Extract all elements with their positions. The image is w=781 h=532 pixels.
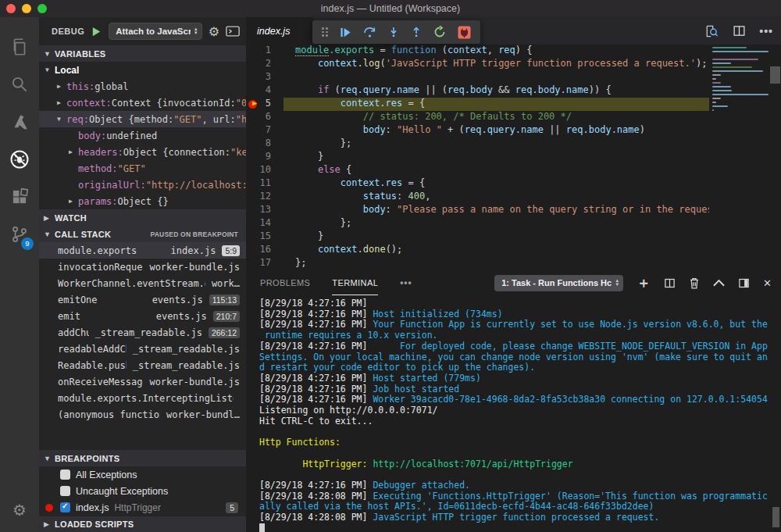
- code-line[interactable]: 11 context.res = {: [246, 177, 709, 191]
- zoom-window-button[interactable]: [37, 4, 47, 13]
- twistie-icon[interactable]: ▶: [69, 148, 78, 155]
- minimize-window-button[interactable]: [22, 4, 31, 13]
- variable-row[interactable]: ▶context: Context {invocationId: "06…: [39, 95, 246, 111]
- callstack-frame[interactable]: readableAddChunk_stream_readable.js: [39, 341, 246, 357]
- code-line[interactable]: 8 };: [246, 137, 709, 151]
- callstack-frame[interactable]: emitevents.js210:7: [39, 308, 246, 324]
- line-number[interactable]: 15: [246, 230, 284, 244]
- callstack-frame[interactable]: Readable.push_stream_readable.js: [39, 357, 246, 373]
- sidebar-item-explorer[interactable]: [0, 28, 39, 66]
- line-number[interactable]: 11: [246, 177, 284, 191]
- line-number[interactable]: 16: [246, 244, 284, 257]
- callstack-frame[interactable]: emitOneevents.js115:13: [39, 291, 246, 308]
- debug-console-icon[interactable]: [226, 26, 240, 37]
- line-number[interactable]: 14: [246, 217, 284, 230]
- open-changes-icon[interactable]: [704, 24, 719, 38]
- variable-row[interactable]: ▶params: Object {}: [39, 193, 246, 209]
- variable-row[interactable]: method: "GET": [39, 160, 246, 177]
- split-terminal-icon[interactable]: [664, 277, 676, 289]
- restart-button[interactable]: [433, 26, 446, 38]
- sidebar-item-azure[interactable]: [0, 103, 39, 141]
- tab-indexjs[interactable]: index.js: [246, 17, 313, 45]
- code-line[interactable]: 14 };: [246, 217, 709, 230]
- more-actions-icon[interactable]: •••: [759, 25, 773, 37]
- code-line[interactable]: 15 }: [246, 230, 709, 244]
- close-window-button[interactable]: [6, 4, 16, 13]
- terminal-instance-select[interactable]: 1: Task - Run Functions Hc ▲▼: [494, 275, 623, 291]
- code-line[interactable]: 7 body: "Hello " + (req.query.name || re…: [246, 124, 709, 137]
- code-line[interactable]: 9 }: [246, 151, 709, 164]
- settings-button[interactable]: ⚙: [0, 496, 39, 524]
- checkbox-unchecked[interactable]: [60, 470, 70, 480]
- scrollbar-slider[interactable]: [770, 66, 780, 84]
- variable-row[interactable]: ▼Local: [39, 62, 246, 78]
- twistie-icon[interactable]: ▶: [69, 198, 78, 205]
- code-line[interactable]: 10 else {: [246, 164, 709, 177]
- callstack-frame[interactable]: module.exportsindex.js5:9: [39, 242, 246, 259]
- twistie-icon[interactable]: ▼: [45, 66, 55, 73]
- variable-row[interactable]: body: undefined: [39, 127, 246, 144]
- twistie-icon[interactable]: ▶: [57, 99, 66, 106]
- breakpoint-all-exceptions[interactable]: All Exceptions: [39, 466, 246, 483]
- sidebar-item-source-control[interactable]: 9: [0, 216, 39, 253]
- checkbox-unchecked[interactable]: [60, 486, 70, 496]
- callstack-frame[interactable]: addChunk_stream_readable.js266:12: [39, 324, 246, 341]
- section-variables[interactable]: ▼ VARIABLES: [39, 45, 246, 62]
- variable-row[interactable]: originalUrl: "http://localhost:70…: [39, 177, 246, 193]
- code-line[interactable]: 3: [246, 71, 709, 84]
- code-line[interactable]: 12 status: 400,: [246, 191, 709, 204]
- line-number[interactable]: 3: [246, 71, 284, 84]
- callstack-frame[interactable]: invocationRequestworker-bundle.js: [39, 259, 246, 275]
- maximize-panel-icon[interactable]: [713, 279, 725, 287]
- disconnect-button[interactable]: [458, 26, 471, 39]
- line-number[interactable]: 6: [246, 111, 284, 124]
- line-number[interactable]: 17: [246, 257, 284, 270]
- line-number[interactable]: 1: [246, 45, 284, 58]
- terminal-scrollbar[interactable]: [772, 507, 779, 527]
- continue-button[interactable]: [340, 27, 351, 38]
- configure-gear-icon[interactable]: ⚙: [209, 24, 219, 39]
- panel-more-icon[interactable]: •••: [400, 277, 412, 288]
- sidebar-item-extensions[interactable]: [0, 178, 39, 216]
- toggle-panel-icon[interactable]: [738, 277, 750, 289]
- callstack-frame[interactable]: module.exports.InterceptingListener.re…: [39, 390, 246, 406]
- code-editor[interactable]: 1module.exports = function (context, req…: [246, 45, 709, 270]
- code-line[interactable]: 2 context.log('JavaScript HTTP trigger f…: [246, 58, 709, 71]
- variable-row[interactable]: ▼req: Object {method: "GET", url: "h…: [39, 111, 246, 127]
- line-number[interactable]: 4: [246, 84, 284, 98]
- code-line[interactable]: 6 // status: 200, /* Defaults to 200 */: [246, 111, 709, 124]
- section-watch[interactable]: ▶ WATCH: [39, 209, 246, 226]
- tab-terminal[interactable]: TERMINAL: [332, 270, 378, 295]
- line-number[interactable]: 7: [246, 124, 284, 137]
- section-breakpoints[interactable]: ▼ BREAKPOINTS: [39, 450, 246, 466]
- terminal-output[interactable]: [8/29/18 4:27:16 PM][8/29/18 4:27:16 PM]…: [246, 295, 781, 532]
- variable-row[interactable]: ▶this: global: [39, 78, 246, 95]
- line-number[interactable]: 10: [246, 164, 284, 177]
- checkbox-checked[interactable]: [60, 502, 70, 512]
- code-line[interactable]: 16 context.done();: [246, 244, 709, 257]
- kill-terminal-icon[interactable]: [689, 277, 700, 289]
- debug-configuration-select[interactable]: Attach to JavaScr ▲▼: [109, 23, 201, 40]
- sidebar-item-search[interactable]: [0, 66, 39, 103]
- tab-problems[interactable]: PROBLEMS: [260, 270, 310, 295]
- split-editor-icon[interactable]: [733, 24, 746, 37]
- step-out-button[interactable]: [411, 26, 422, 38]
- line-number[interactable]: 9: [246, 151, 284, 164]
- callstack-frame[interactable]: onReceiveMessageworker-bundle.js: [39, 373, 246, 390]
- start-debug-button[interactable]: [91, 26, 102, 37]
- code-line[interactable]: 17};: [246, 257, 709, 270]
- sidebar-item-debug[interactable]: [0, 141, 39, 178]
- code-line[interactable]: 1module.exports = function (context, req…: [246, 45, 709, 58]
- variable-row[interactable]: ▶headers: Object {connection: "kee…: [39, 144, 246, 160]
- section-loaded-scripts[interactable]: ▶ LOADED SCRIPTS: [39, 516, 246, 532]
- step-into-button[interactable]: [388, 26, 399, 38]
- editor-scrollbar[interactable]: [769, 45, 781, 270]
- callstack-frame[interactable]: WorkerChannel.eventStream.onwork…: [39, 275, 246, 291]
- close-panel-icon[interactable]: ✕: [763, 277, 772, 289]
- drag-handle-icon[interactable]: [322, 27, 328, 37]
- callstack-frame[interactable]: (anonymous function)worker-bundl…: [39, 406, 246, 423]
- line-number[interactable]: 13: [246, 204, 284, 217]
- new-terminal-icon[interactable]: ＋: [637, 273, 651, 292]
- twistie-icon[interactable]: ▶: [57, 83, 66, 90]
- minimap[interactable]: [709, 45, 769, 270]
